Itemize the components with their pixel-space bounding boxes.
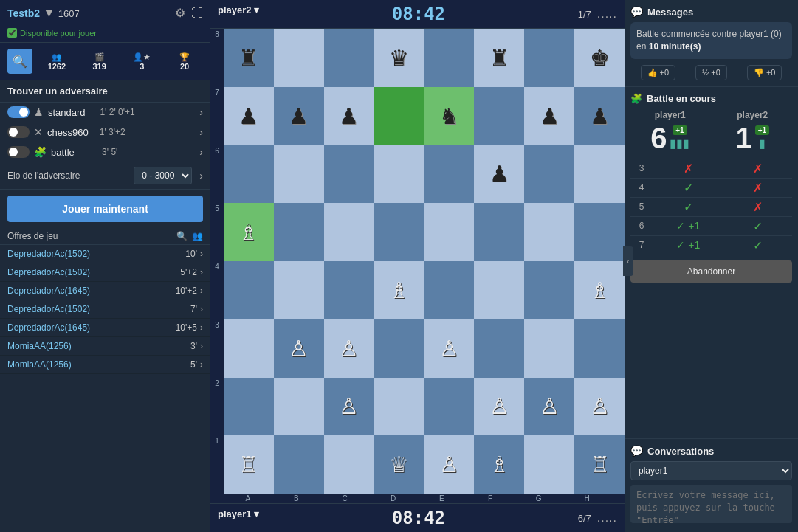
- collapse-button[interactable]: ‹: [623, 246, 633, 276]
- sq-c2[interactable]: ♙: [324, 378, 374, 436]
- sq-f5[interactable]: [474, 203, 524, 261]
- sq-g1[interactable]: [524, 435, 574, 494]
- play-now-button[interactable]: Jouer maintenant: [7, 196, 203, 222]
- sq-f3[interactable]: [474, 319, 524, 378]
- sq-h6[interactable]: [574, 145, 625, 204]
- sq-f2[interactable]: ♙: [474, 378, 524, 436]
- sq-h8[interactable]: ♚: [574, 29, 625, 87]
- elo-arrow[interactable]: ›: [199, 170, 203, 182]
- sq-a6[interactable]: [224, 145, 274, 204]
- sq-e1[interactable]: ♙: [424, 435, 475, 494]
- sq-b2[interactable]: [274, 378, 324, 436]
- sq-c1[interactable]: [324, 435, 374, 494]
- sq-f7[interactable]: [474, 87, 524, 145]
- sq-e3[interactable]: ♙: [424, 319, 475, 378]
- sq-b7[interactable]: ♟: [274, 87, 324, 145]
- sq-g8[interactable]: [524, 29, 574, 87]
- sq-c4[interactable]: [324, 261, 374, 319]
- bottom-menu[interactable]: .....: [597, 511, 617, 525]
- conv-message-input[interactable]: [630, 485, 792, 523]
- sq-d5[interactable]: [374, 203, 424, 261]
- sq-b1[interactable]: [274, 435, 324, 494]
- offer-item-0[interactable]: DepredadorAc(1502) 10' ›: [0, 245, 210, 263]
- battle-toggle[interactable]: [7, 146, 30, 158]
- sq-a5[interactable]: ♗: [224, 203, 274, 261]
- abandon-button[interactable]: Abandonner: [630, 260, 792, 283]
- sq-b6[interactable]: [274, 145, 324, 204]
- mode-chess960[interactable]: ✕ chess960 1' 3'+2 ›: [0, 122, 210, 142]
- sq-c7[interactable]: ♟: [324, 87, 374, 145]
- sq-h5[interactable]: [574, 203, 625, 261]
- offer-item-5[interactable]: MomiaAA(1256) 3' ›: [0, 337, 210, 356]
- sq-f6[interactable]: ♟: [474, 145, 524, 204]
- conv-player-select[interactable]: player1: [630, 461, 792, 480]
- sq-c3[interactable]: ♙: [324, 319, 374, 378]
- offer-item-1[interactable]: DepredadorAc(1502) 5'+2 ›: [0, 263, 210, 282]
- sq-g2[interactable]: ♙: [524, 378, 574, 436]
- sq-g3[interactable]: [524, 319, 574, 378]
- standard-toggle[interactable]: [7, 106, 30, 118]
- battle-arrow[interactable]: ›: [199, 146, 203, 158]
- sq-d4[interactable]: ♗: [374, 261, 424, 319]
- half-point-button[interactable]: ½ +0: [695, 65, 727, 80]
- sq-h7[interactable]: ♟: [574, 87, 625, 145]
- sq-e7[interactable]: ♞: [424, 87, 475, 145]
- sq-d3[interactable]: [374, 319, 424, 378]
- sq-c8[interactable]: [324, 29, 374, 87]
- sq-f1[interactable]: ♗: [474, 435, 524, 494]
- user-arrow[interactable]: ▼: [44, 7, 55, 19]
- sq-e8[interactable]: [424, 29, 475, 87]
- sq-b8[interactable]: [274, 29, 324, 87]
- sq-a8[interactable]: ♜: [224, 29, 274, 87]
- sq-a4[interactable]: [224, 261, 274, 319]
- sq-h4[interactable]: ♗: [574, 261, 625, 319]
- sq-e6[interactable]: [424, 145, 475, 204]
- sq-e4[interactable]: [424, 261, 475, 319]
- sq-d1[interactable]: ♕: [374, 435, 424, 494]
- sq-e2[interactable]: [424, 378, 475, 436]
- sq-d7[interactable]: [374, 87, 424, 145]
- board-area: 8 7 6 5 4 3 2 1 ♜ ♛ ♜ ♚ ♟ ♟ ♟: [210, 29, 625, 494]
- offer-item-6[interactable]: MomiaAA(1256) 5' ›: [0, 356, 210, 374]
- sq-h1[interactable]: ♖: [574, 435, 625, 494]
- sq-g7[interactable]: ♟: [524, 87, 574, 145]
- chess960-toggle[interactable]: [7, 126, 30, 138]
- available-checkbox[interactable]: [7, 28, 17, 38]
- sq-g5[interactable]: [524, 203, 574, 261]
- chess960-arrow[interactable]: ›: [199, 126, 203, 138]
- mode-battle[interactable]: 🧩 battle 3' 5' ›: [0, 142, 210, 162]
- sq-e5[interactable]: [424, 203, 475, 261]
- sq-b3[interactable]: ♙: [274, 319, 324, 378]
- sq-h2[interactable]: ♙: [574, 378, 625, 436]
- sq-f4[interactable]: [474, 261, 524, 319]
- thumbs-up-button[interactable]: 👍 +0: [641, 65, 676, 80]
- sq-h3[interactable]: [574, 319, 625, 378]
- sq-c6[interactable]: [324, 145, 374, 204]
- search-button[interactable]: 🔍: [7, 49, 32, 74]
- settings-icon[interactable]: ⚙: [175, 6, 185, 20]
- top-menu[interactable]: .....: [597, 7, 617, 21]
- offers-search-icon[interactable]: 🔍: [176, 231, 188, 241]
- offer-item-3[interactable]: DepredadorAc(1502) 7' ›: [0, 300, 210, 319]
- sq-a2[interactable]: [224, 378, 274, 436]
- sq-b5[interactable]: [274, 203, 324, 261]
- sq-d8[interactable]: ♛: [374, 29, 424, 87]
- offers-filter-icon[interactable]: 👥: [192, 231, 203, 241]
- sq-a3[interactable]: [224, 319, 274, 378]
- sq-c5[interactable]: [324, 203, 374, 261]
- sq-g6[interactable]: [524, 145, 574, 204]
- thumbs-down-button[interactable]: 👎 +0: [747, 65, 782, 80]
- sq-f8[interactable]: ♜: [474, 29, 524, 87]
- standard-arrow[interactable]: ›: [199, 106, 203, 118]
- sq-a1[interactable]: ♖: [224, 435, 274, 494]
- elo-select[interactable]: 0 - 3000: [134, 167, 192, 184]
- mode-standard[interactable]: ♟ standard 1' 2' 0'+1 ›: [0, 103, 210, 122]
- offer-item-4[interactable]: DepredadorAc(1645) 10'+5 ›: [0, 319, 210, 337]
- sq-b4[interactable]: [274, 261, 324, 319]
- sq-d2[interactable]: [374, 378, 424, 436]
- offer-item-2[interactable]: DepredadorAc(1645) 10'+2 ›: [0, 282, 210, 300]
- expand-icon[interactable]: ⛶: [191, 7, 203, 20]
- sq-d6[interactable]: [374, 145, 424, 204]
- sq-a7[interactable]: ♟: [224, 87, 274, 145]
- sq-g4[interactable]: [524, 261, 574, 319]
